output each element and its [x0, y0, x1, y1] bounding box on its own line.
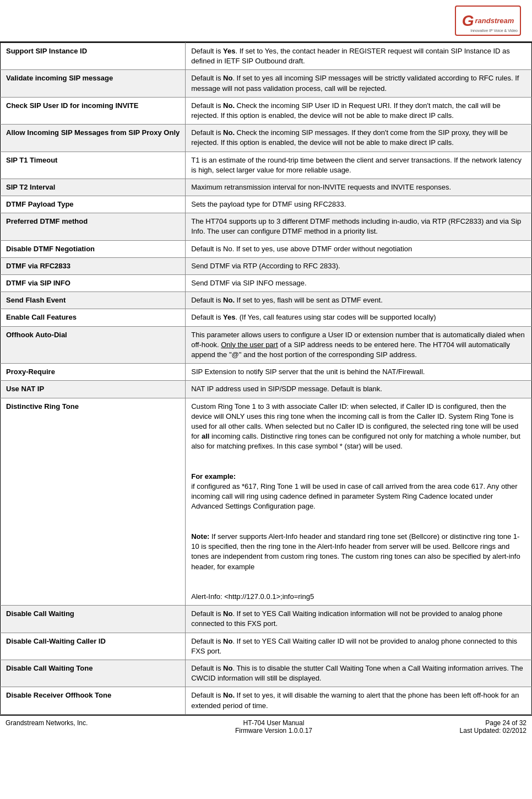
row-desc: Send DTMF via RTP (According to RFC 2833…	[186, 257, 532, 274]
row-label: Distinctive Ring Tone	[1, 398, 186, 606]
row-desc: Default is No. If set to YES Call Waitin…	[186, 633, 532, 660]
row-desc: Maximum retransmission interval for non-…	[186, 179, 532, 196]
table-row: Proxy-RequireSIP Extension to notify SIP…	[1, 364, 532, 381]
table-row: Use NAT IPNAT IP address used in SIP/SDP…	[1, 381, 532, 398]
row-desc: Default is No. If set to YES Call Waitin…	[186, 606, 532, 633]
row-label: SIP T1 Timeout	[1, 152, 186, 179]
settings-table: Support SIP Instance IDDefault is Yes. I…	[0, 42, 532, 715]
row-label: SIP T2 Interval	[1, 179, 186, 196]
row-label: Enable Call Features	[1, 309, 186, 326]
table-row: DTMF via SIP INFOSend DTMF via SIP INFO …	[1, 275, 532, 292]
row-desc: Default is No. Check the incoming SIP me…	[186, 125, 532, 152]
logo-tagline: Innovative IP Voice & Video	[470, 29, 518, 33]
row-desc: Default is No. This is to disable the st…	[186, 660, 532, 687]
logo-box: G randstream Innovative IP Voice & Video	[455, 6, 521, 36]
table-row: Preferred DTMF methodThe HT704 supports …	[1, 213, 532, 240]
table-row: Distinctive Ring ToneCustom Ring Tone 1 …	[1, 398, 532, 606]
row-label: Disable Receiver Offhook Tone	[1, 687, 186, 714]
logo-g: G	[462, 12, 474, 30]
row-desc: Default is No. If set to yes, use above …	[186, 240, 532, 257]
header: G randstream Innovative IP Voice & Video	[0, 0, 532, 42]
row-desc: SIP Extension to notify SIP server that …	[186, 364, 532, 381]
logo-name: randstream	[475, 17, 514, 25]
row-desc: Default is No. Check the incoming SIP Us…	[186, 97, 532, 124]
table-row: Send Flash EventDefault is No. If set to…	[1, 292, 532, 309]
logo-area: G randstream Innovative IP Voice & Video	[455, 6, 521, 36]
table-row: Support SIP Instance IDDefault is Yes. I…	[1, 43, 532, 70]
footer-left: Grandstream Networks, Inc.	[6, 719, 88, 735]
row-desc: Default is No. If set to yes all incomin…	[186, 70, 532, 97]
table-row: DTMF Payload TypeSets the payload type f…	[1, 196, 532, 213]
row-label: DTMF Payload Type	[1, 196, 186, 213]
footer: Grandstream Networks, Inc. HT-704 User M…	[0, 715, 532, 738]
footer-right: Page 24 of 32 Last Updated: 02/2012	[460, 719, 526, 735]
row-desc: The HT704 supports up to 3 different DTM…	[186, 213, 532, 240]
row-label: Support SIP Instance ID	[1, 43, 186, 70]
row-label: Disable Call Waiting Tone	[1, 660, 186, 687]
table-row: Disable DTMF NegotiationDefault is No. I…	[1, 240, 532, 257]
row-desc: T1 is an estimate of the round-trip time…	[186, 152, 532, 179]
table-row: Enable Call FeaturesDefault is Yes. (If …	[1, 309, 532, 326]
table-row: SIP T2 IntervalMaximum retransmission in…	[1, 179, 532, 196]
row-desc: Send DTMF via SIP INFO message.	[186, 275, 532, 292]
footer-center-line2: Firmware Version 1.0.0.17	[235, 727, 312, 735]
row-label: Use NAT IP	[1, 381, 186, 398]
footer-right-line2: Last Updated: 02/2012	[460, 727, 526, 735]
row-label: DTMF via SIP INFO	[1, 275, 186, 292]
row-desc: Default is Yes. If set to Yes, the conta…	[186, 43, 532, 70]
row-desc: NAT IP address used in SIP/SDP message. …	[186, 381, 532, 398]
row-label: Preferred DTMF method	[1, 213, 186, 240]
row-label: DTMF via RFC2833	[1, 257, 186, 274]
table-row: Validate incoming SIP messageDefault is …	[1, 70, 532, 97]
table-row: SIP T1 TimeoutT1 is an estimate of the r…	[1, 152, 532, 179]
table-row: Disable Call Waiting ToneDefault is No. …	[1, 660, 532, 687]
row-label: Proxy-Require	[1, 364, 186, 381]
row-label: Validate incoming SIP message	[1, 70, 186, 97]
row-desc: Custom Ring Tone 1 to 3 with associate C…	[186, 398, 532, 606]
row-label: Send Flash Event	[1, 292, 186, 309]
row-desc: Default is Yes. (If Yes, call features u…	[186, 309, 532, 326]
table-row: Disable Receiver Offhook ToneDefault is …	[1, 687, 532, 714]
row-label: Offhook Auto-Dial	[1, 326, 186, 364]
footer-center: HT-704 User Manual Firmware Version 1.0.…	[235, 719, 312, 735]
row-label: Disable DTMF Negotiation	[1, 240, 186, 257]
row-desc: Default is No. If set to yes, flash will…	[186, 292, 532, 309]
table-row: Offhook Auto-DialThis parameter allows u…	[1, 326, 532, 364]
table-row: Disable Call WaitingDefault is No. If se…	[1, 606, 532, 633]
row-label: Check SIP User ID for incoming INVITE	[1, 97, 186, 124]
footer-right-line1: Page 24 of 32	[485, 719, 526, 727]
row-desc: Default is No. If set to yes, it will di…	[186, 687, 532, 714]
row-label: Disable Call-Waiting Caller ID	[1, 633, 186, 660]
table-row: DTMF via RFC2833Send DTMF via RTP (Accor…	[1, 257, 532, 274]
footer-center-line1: HT-704 User Manual	[243, 719, 305, 727]
table-row: Allow Incoming SIP Messages from SIP Pro…	[1, 125, 532, 152]
row-desc: This parameter allows users to configure…	[186, 326, 532, 364]
row-desc: Sets the payload type for DTMF using RFC…	[186, 196, 532, 213]
row-label: Allow Incoming SIP Messages from SIP Pro…	[1, 125, 186, 152]
row-label: Disable Call Waiting	[1, 606, 186, 633]
table-row: Check SIP User ID for incoming INVITEDef…	[1, 97, 532, 124]
table-row: Disable Call-Waiting Caller IDDefault is…	[1, 633, 532, 660]
